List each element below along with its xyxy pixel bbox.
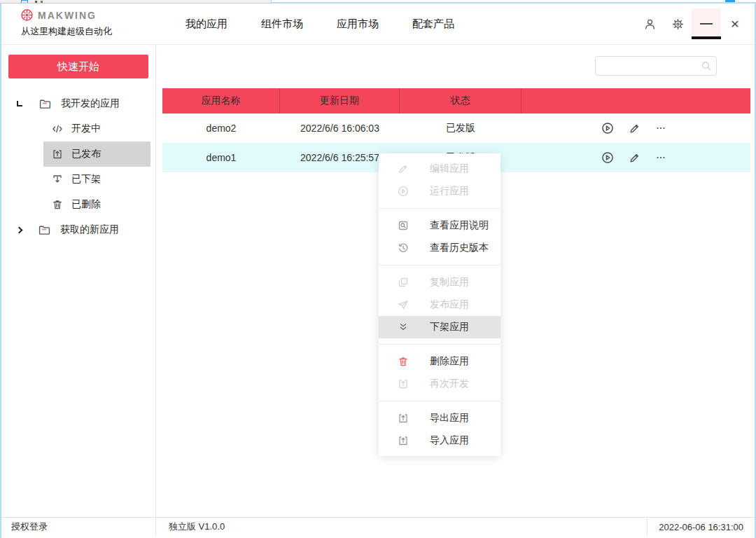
- brand-name: MAKWING: [38, 10, 97, 21]
- redeploy-icon: [398, 378, 409, 389]
- nav-app-market[interactable]: 应用市场: [337, 18, 379, 31]
- tree-node-label: 我开发的应用: [61, 97, 120, 110]
- settings-button[interactable]: [664, 8, 692, 39]
- search-box: [595, 56, 717, 76]
- close-button[interactable]: ×: [721, 8, 749, 39]
- import-icon: [398, 435, 409, 446]
- menu-item-label: 查看历史版本: [430, 242, 489, 254]
- gear-icon: [672, 18, 684, 30]
- status-bar: 授权登录 独立版 V1.0.0 2022-06-06 16:31:00: [1, 517, 755, 536]
- menu-item-delete-app[interactable]: 删除应用: [379, 350, 500, 373]
- more-actions-button[interactable]: [655, 152, 666, 163]
- status-version: 独立版 V1.0.0: [156, 518, 648, 536]
- nav-component-market[interactable]: 组件市场: [261, 18, 303, 31]
- app-tree: 我开发的应用 开发中 已发布: [1, 91, 155, 242]
- makwing-logo-icon: [21, 9, 33, 21]
- menu-item-label: 发布应用: [430, 298, 469, 311]
- menu-item-view-history[interactable]: 查看历史版本: [379, 237, 500, 259]
- code-icon: [52, 123, 63, 134]
- menu-item-export-app[interactable]: 导出应用: [379, 407, 500, 429]
- tree-node-unpublished[interactable]: 已下架: [43, 167, 150, 192]
- menu-item-run-app: 运行应用: [379, 180, 500, 202]
- cell-app-name: demo1: [162, 152, 280, 163]
- col-header-status: 状态: [400, 88, 522, 113]
- menu-item-label: 导出应用: [430, 412, 469, 425]
- brand-tagline: 从这里构建超级自动化: [21, 25, 112, 38]
- tree-node-label: 开发中: [71, 123, 101, 135]
- run-app-button[interactable]: [601, 151, 614, 164]
- background-blue-fragment: [725, 0, 735, 2]
- sidebar: 快速开始 我开发的应用 开发中: [1, 45, 156, 518]
- menu-item-view-app-description[interactable]: 查看应用说明: [379, 214, 500, 237]
- background-dot-icon: [41, 1, 43, 3]
- context-menu: 编辑应用 运行应用 查看应用说明 查看历史版本 复制应用 发布应用: [379, 153, 500, 456]
- export-icon: [398, 413, 409, 424]
- menu-item-import-app[interactable]: 导入应用: [379, 429, 500, 452]
- tree-node-in-development[interactable]: 开发中: [43, 116, 150, 142]
- table-header: 应用名称 更新日期 状态: [162, 88, 750, 113]
- collapsed-caret-icon: [16, 226, 23, 233]
- edit-app-button[interactable]: [629, 152, 640, 164]
- menu-item-label: 复制应用: [430, 276, 469, 289]
- menu-item-label: 编辑应用: [430, 163, 469, 175]
- menu-item-label: 运行应用: [430, 185, 469, 198]
- main-nav: 我的应用 组件市场 应用市场 配套产品: [186, 4, 454, 44]
- row-actions: [522, 122, 750, 134]
- tree-node-published[interactable]: 已发布: [43, 142, 150, 167]
- status-auth-login[interactable]: 授权登录: [1, 518, 156, 536]
- more-actions-button[interactable]: [655, 123, 666, 134]
- cell-update-date: 2022/6/6 16:06:03: [280, 123, 400, 134]
- tree-node-deleted[interactable]: 已删除: [43, 192, 150, 217]
- menu-item-label: 导入应用: [430, 434, 469, 447]
- table-row[interactable]: demo2 2022/6/6 16:06:03 已发版: [162, 113, 750, 143]
- search-icon: [701, 60, 712, 71]
- window-controls: ×: [636, 4, 749, 44]
- minus-icon: [700, 23, 713, 25]
- background-dot-icon: [35, 1, 37, 3]
- app-window: MAKWING 从这里构建超级自动化 我的应用 组件市场 应用市场 配套产品: [0, 2, 756, 538]
- search-input[interactable]: [595, 56, 717, 76]
- status-clock: 2022-06-06 16:31:00: [648, 522, 755, 532]
- menu-divider: [379, 265, 500, 265]
- minimize-underline: [692, 36, 721, 39]
- run-app-button[interactable]: [601, 122, 614, 134]
- background-grid-icon: [21, 0, 28, 4]
- row-actions: [522, 151, 750, 164]
- folder-icon: [38, 224, 50, 236]
- close-icon: ×: [731, 15, 739, 32]
- cell-app-name: demo2: [162, 123, 280, 134]
- col-header-update-date: 更新日期: [280, 88, 400, 113]
- menu-divider: [379, 208, 500, 209]
- menu-item-take-down-app[interactable]: 下架应用: [379, 316, 500, 338]
- menu-item-edit-app: 编辑应用: [379, 158, 500, 180]
- menu-item-label: 再次开发: [430, 378, 469, 390]
- menu-item-label: 查看应用说明: [430, 219, 489, 232]
- history-icon: [398, 242, 409, 254]
- trash-icon: [398, 356, 409, 367]
- menu-item-publish-app: 发布应用: [379, 294, 500, 316]
- top-bar: MAKWING 从这里构建超级自动化 我的应用 组件市场 应用市场 配套产品: [1, 4, 755, 45]
- person-icon: [644, 18, 656, 30]
- menu-divider: [379, 344, 500, 345]
- tree-node-label: 已发布: [71, 148, 101, 160]
- menu-item-label: 下架应用: [430, 321, 469, 333]
- tree-node-my-developed-apps[interactable]: 我开发的应用: [1, 91, 155, 116]
- expanded-caret-icon: [17, 101, 22, 106]
- nav-my-apps[interactable]: 我的应用: [186, 18, 227, 31]
- take-down-icon: [52, 174, 63, 185]
- background-window-fragment: [0, 0, 272, 4]
- edit-app-button[interactable]: [629, 123, 640, 134]
- quick-start-button[interactable]: 快速开始: [8, 55, 148, 78]
- user-button[interactable]: [636, 8, 664, 39]
- copy-icon: [398, 277, 409, 288]
- tree-node-acquired-apps[interactable]: 获取的新应用: [1, 217, 155, 242]
- menu-divider: [379, 401, 500, 401]
- minimize-button[interactable]: [692, 8, 721, 39]
- nav-related-products[interactable]: 配套产品: [412, 18, 454, 31]
- tree-node-label: 获取的新应用: [60, 223, 119, 236]
- folder-icon: [39, 98, 51, 110]
- brand-block: MAKWING 从这里构建超级自动化: [21, 9, 112, 38]
- tree-node-label: 已下架: [71, 173, 101, 186]
- cell-status: 已发版: [400, 122, 522, 134]
- col-header-app-name: 应用名称: [162, 88, 280, 113]
